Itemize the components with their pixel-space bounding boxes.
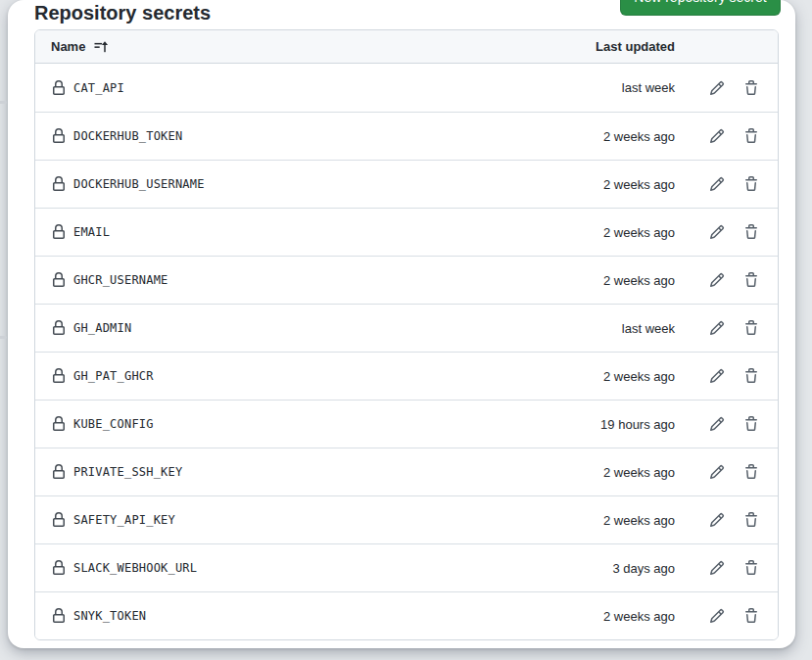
delete-secret-button[interactable] (738, 554, 765, 582)
secret-name: CAT_API (73, 81, 124, 95)
row-actions (675, 410, 778, 438)
delete-secret-button[interactable] (738, 314, 765, 342)
edit-secret-button[interactable] (703, 170, 731, 198)
secret-name: GH_PAT_GHCR (73, 369, 154, 383)
trash-icon (743, 512, 759, 528)
lock-icon (51, 464, 67, 480)
edit-secret-button[interactable] (703, 122, 731, 150)
delete-secret-button[interactable] (738, 362, 765, 390)
secret-last-updated: 2 weeks ago (603, 465, 675, 480)
row-actions (675, 506, 778, 534)
delete-secret-button[interactable] (738, 410, 765, 438)
secret-name: SNYK_TOKEN (73, 609, 146, 623)
trash-icon (743, 416, 759, 432)
edit-secret-button[interactable] (703, 554, 731, 582)
secret-name: DOCKERHUB_USERNAME (73, 177, 205, 191)
trash-icon (743, 224, 759, 240)
table-row: DOCKERHUB_TOKEN 2 weeks ago (35, 112, 778, 160)
secret-last-updated: 2 weeks ago (603, 177, 675, 192)
secret-name-cell: PRIVATE_SSH_KEY (35, 464, 603, 480)
name-column-label: Name (51, 39, 85, 54)
lock-icon (51, 512, 67, 528)
pencil-icon (709, 128, 725, 144)
delete-secret-button[interactable] (738, 602, 765, 630)
lock-icon (51, 416, 67, 432)
page-title: Repository secrets (34, 0, 211, 26)
row-actions (675, 554, 778, 582)
row-actions (675, 122, 778, 150)
delete-secret-button[interactable] (738, 170, 765, 198)
table-row: SAFETY_API_KEY 2 weeks ago (35, 495, 778, 543)
secret-name-cell: KUBE_CONFIG (35, 416, 600, 432)
table-row: GH_ADMIN last week (35, 304, 778, 352)
table-row: CAT_API last week (35, 64, 778, 112)
edit-secret-button[interactable] (703, 218, 731, 246)
secret-name-cell: SAFETY_API_KEY (35, 512, 603, 528)
table-row: EMAIL 2 weeks ago (35, 208, 778, 256)
secret-name: DOCKERHUB_TOKEN (73, 129, 182, 143)
pencil-icon (709, 512, 725, 528)
edit-secret-button[interactable] (703, 458, 731, 486)
delete-secret-button[interactable] (738, 506, 765, 534)
row-actions (675, 170, 778, 198)
secret-name: EMAIL (73, 225, 110, 239)
secret-last-updated: 2 weeks ago (603, 129, 675, 144)
secret-name-cell: EMAIL (35, 224, 603, 240)
secret-name-cell: SNYK_TOKEN (35, 608, 603, 624)
row-actions (675, 266, 778, 294)
pencil-icon (709, 416, 725, 432)
table-row: DOCKERHUB_USERNAME 2 weeks ago (35, 160, 778, 208)
secret-name-cell: GHCR_USERNAME (35, 272, 603, 288)
delete-secret-button[interactable] (738, 266, 765, 294)
lock-icon (51, 368, 67, 384)
row-actions (675, 74, 778, 102)
delete-secret-button[interactable] (738, 458, 765, 486)
edit-secret-button[interactable] (703, 362, 731, 390)
page-edge-artifact (0, 336, 7, 339)
delete-secret-button[interactable] (738, 74, 765, 102)
secret-last-updated: last week (622, 321, 675, 336)
trash-icon (743, 80, 759, 96)
pencil-icon (709, 608, 725, 624)
table-row: SLACK_WEBHOOK_URL 3 days ago (35, 543, 778, 591)
lock-icon (51, 224, 67, 240)
secret-name-cell: GH_PAT_GHCR (35, 368, 603, 384)
row-actions (675, 602, 778, 630)
secret-name-cell: SLACK_WEBHOOK_URL (35, 560, 612, 576)
delete-secret-button[interactable] (738, 218, 765, 246)
lock-icon (51, 608, 67, 624)
sort-ascending-icon (93, 39, 109, 55)
secret-name: GH_ADMIN (73, 321, 131, 335)
secret-name: GHCR_USERNAME (73, 273, 168, 287)
page-edge-artifact (0, 101, 7, 104)
lock-icon (51, 560, 67, 576)
edit-secret-button[interactable] (703, 410, 731, 438)
table-row: GH_PAT_GHCR 2 weeks ago (35, 352, 778, 400)
new-repository-secret-button[interactable]: New repository secret (620, 0, 781, 16)
column-header-last-updated: Last updated (596, 39, 675, 54)
pencil-icon (709, 560, 725, 576)
lock-icon (51, 272, 67, 288)
pencil-icon (709, 320, 725, 336)
edit-secret-button[interactable] (703, 74, 731, 102)
column-header-name[interactable]: Name (51, 39, 109, 55)
secret-name-cell: DOCKERHUB_TOKEN (35, 128, 603, 144)
delete-secret-button[interactable] (738, 122, 765, 150)
trash-icon (743, 320, 759, 336)
secrets-page-card: Repository secrets New repository secret… (8, 0, 795, 648)
edit-secret-button[interactable] (703, 602, 731, 630)
trash-icon (743, 176, 759, 192)
pencil-icon (709, 368, 725, 384)
edit-secret-button[interactable] (703, 506, 731, 534)
secret-name: SAFETY_API_KEY (73, 513, 175, 527)
pencil-icon (709, 80, 725, 96)
secret-name: SLACK_WEBHOOK_URL (73, 561, 197, 575)
secret-name-cell: DOCKERHUB_USERNAME (35, 176, 603, 192)
secret-last-updated: 2 weeks ago (603, 273, 675, 288)
table-header: Name Last updated (35, 30, 778, 64)
edit-secret-button[interactable] (703, 266, 731, 294)
secret-name-cell: GH_ADMIN (35, 320, 622, 336)
table-row: GHCR_USERNAME 2 weeks ago (35, 256, 778, 304)
table-row: PRIVATE_SSH_KEY 2 weeks ago (35, 448, 778, 495)
edit-secret-button[interactable] (703, 314, 731, 342)
